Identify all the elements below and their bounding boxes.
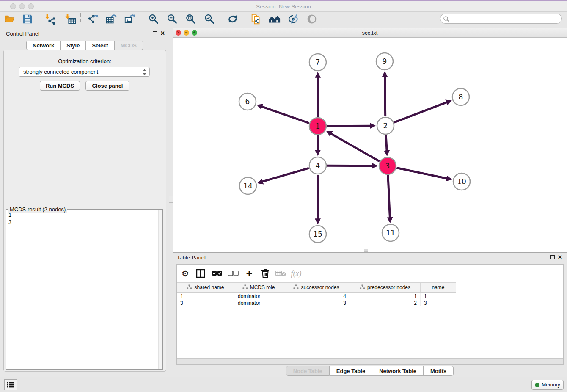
tab-style[interactable]: Style xyxy=(61,41,86,50)
tab-network[interactable]: Network xyxy=(26,41,61,50)
table-cell[interactable]: 2 xyxy=(350,300,421,306)
memory-status-icon xyxy=(535,383,539,387)
zoom-selected-icon[interactable] xyxy=(203,12,216,26)
network-close-icon[interactable]: × xyxy=(176,30,181,36)
table-cell[interactable]: 4 xyxy=(283,293,350,300)
network-maximize-icon[interactable]: + xyxy=(192,30,197,36)
tab-mcds[interactable]: MCDS xyxy=(115,41,143,50)
control-panel-tabs: NetworkStyleSelectMCDS xyxy=(0,41,169,50)
edge-2-8[interactable] xyxy=(394,101,450,123)
export-table-icon[interactable] xyxy=(105,12,118,26)
tab-network-table[interactable]: Network Table xyxy=(372,366,424,376)
control-panel-title: Control Panel xyxy=(6,30,39,37)
show-columns-icon[interactable] xyxy=(194,267,207,280)
table-row[interactable]: 1dominator411 xyxy=(177,293,456,300)
table-cell[interactable]: 3 xyxy=(177,300,234,306)
close-panel-icon[interactable]: ✕ xyxy=(160,30,165,36)
add-column-icon[interactable]: + xyxy=(242,267,256,280)
table-cell[interactable]: 3 xyxy=(283,300,350,306)
close-panel-button[interactable]: Close panel xyxy=(85,81,129,91)
apply-layout-icon[interactable] xyxy=(226,12,239,26)
edge-3-1[interactable] xyxy=(328,132,379,161)
delete-column-icon[interactable] xyxy=(259,267,272,280)
result-scrollbar[interactable] xyxy=(158,210,162,369)
new-network-from-selection-icon[interactable] xyxy=(249,12,263,26)
table-row[interactable]: 3dominator323 xyxy=(177,300,456,306)
table-cell[interactable]: 3 xyxy=(421,300,456,306)
network-view-window: × − + scc.txt 7968124314101511 xyxy=(173,28,567,253)
import-network-icon[interactable] xyxy=(44,12,57,26)
network-window-titlebar[interactable]: × − + scc.txt xyxy=(173,28,567,38)
table-cell[interactable]: 1 xyxy=(350,293,421,300)
criterion-select[interactable]: strongly connected component xyxy=(19,67,150,77)
search-input[interactable] xyxy=(451,14,557,23)
table-options-icon[interactable]: ⚙ xyxy=(179,267,192,280)
edge-1-6[interactable] xyxy=(258,105,309,123)
sort-hierarchy-icon xyxy=(293,284,299,291)
table-column-headers: shared nameMCDS rolesuccessor nodesprede… xyxy=(177,282,456,293)
import-table-icon[interactable] xyxy=(64,12,77,26)
column-header-label: successor nodes xyxy=(301,284,339,290)
deselect-all-rows-icon[interactable] xyxy=(226,267,240,280)
zoom-fit-icon[interactable] xyxy=(184,12,198,26)
close-window-button[interactable] xyxy=(10,3,16,9)
edge-3-10[interactable] xyxy=(397,168,451,179)
edge-3-11[interactable] xyxy=(388,175,390,221)
stepper-icon xyxy=(142,68,147,79)
column-header-shared-name[interactable]: shared name xyxy=(177,283,234,292)
network-minimize-icon[interactable]: − xyxy=(184,30,189,36)
column-header-label: predecessor nodes xyxy=(367,284,410,290)
column-header-successor-nodes[interactable]: successor nodes xyxy=(283,283,350,292)
edge-4-3[interactable] xyxy=(327,166,376,166)
main-toolbar xyxy=(0,12,567,27)
network-graph-canvas[interactable]: 7968124314101511 xyxy=(173,38,567,253)
function-builder-icon[interactable]: f(x) xyxy=(289,267,303,280)
save-session-icon[interactable] xyxy=(21,12,34,26)
memory-button[interactable]: Memory xyxy=(531,380,564,390)
column-header-predecessor-nodes[interactable]: predecessor nodes xyxy=(350,283,421,292)
tab-node-table[interactable]: Node Table xyxy=(286,366,330,376)
float-table-panel-icon[interactable] xyxy=(550,255,555,259)
tab-select[interactable]: Select xyxy=(86,41,114,50)
node-label-14: 14 xyxy=(243,182,253,190)
export-network-icon[interactable] xyxy=(86,12,99,26)
column-header-name[interactable]: name xyxy=(421,283,456,292)
tab-motifs[interactable]: Motifs xyxy=(424,366,454,376)
show-hide-style-icon[interactable] xyxy=(286,12,300,26)
table-toolbar: ⚙ + f(x) xyxy=(177,265,563,282)
mcds-result-text[interactable]: 13 xyxy=(8,211,11,226)
table-hscrollbar[interactable] xyxy=(177,358,563,364)
table-panel-header: Table Panel ✕ xyxy=(173,253,567,264)
mcds-result-legend: MCDS result (2 nodes) xyxy=(8,206,67,213)
float-panel-icon[interactable] xyxy=(153,31,157,35)
column-header-MCDS-role[interactable]: MCDS role xyxy=(234,283,283,292)
table-cell[interactable]: 1 xyxy=(177,293,234,300)
horizontal-splitter-handle[interactable] xyxy=(364,249,368,252)
table-cell[interactable]: 1 xyxy=(421,293,456,300)
node-table-container: ⚙ + f(x) shared nameMCDS rolesuccessor n… xyxy=(176,264,564,365)
show-hide-panel-icon[interactable] xyxy=(305,12,319,26)
delete-table-icon[interactable] xyxy=(274,267,288,280)
first-neighbors-icon[interactable] xyxy=(268,12,281,26)
minimize-window-button[interactable] xyxy=(19,3,25,9)
toolbar-separator xyxy=(80,13,81,25)
node-label-9: 9 xyxy=(383,57,387,66)
edge-4-14[interactable] xyxy=(259,168,309,182)
table-cell[interactable]: dominator xyxy=(234,293,283,300)
edge-1-2[interactable] xyxy=(327,126,374,126)
zoom-out-icon[interactable] xyxy=(165,12,179,26)
maximize-window-button[interactable] xyxy=(28,3,34,9)
search-box xyxy=(440,14,562,24)
edge-2-3[interactable] xyxy=(386,135,387,155)
task-history-button[interactable] xyxy=(4,379,17,390)
select-all-rows-icon[interactable] xyxy=(210,267,224,280)
edge-2-9[interactable] xyxy=(385,73,385,116)
table-cell[interactable]: dominator xyxy=(234,300,283,306)
run-mcds-button[interactable]: Run MCDS xyxy=(40,81,80,91)
tab-edge-table[interactable]: Edge Table xyxy=(330,366,372,376)
export-image-icon[interactable] xyxy=(123,12,137,26)
zoom-in-icon[interactable] xyxy=(147,12,160,26)
close-table-panel-icon[interactable]: ✕ xyxy=(558,254,562,260)
open-file-icon[interactable] xyxy=(3,12,17,26)
mcds-result-line: 1 xyxy=(8,211,11,218)
